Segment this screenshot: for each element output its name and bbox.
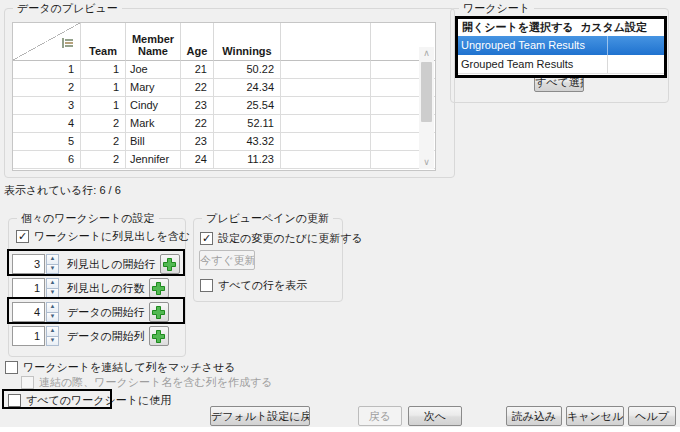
cell-winnings: 52.11 bbox=[214, 115, 281, 133]
show-all-rows-checkbox[interactable]: すべての行を表示 bbox=[200, 278, 307, 292]
spin-up-icon[interactable]: ▲ bbox=[46, 326, 59, 337]
window-bottom-edge bbox=[0, 427, 680, 432]
show-all-rows-label: すべての行を表示 bbox=[218, 278, 307, 293]
apply-all-plus-button[interactable] bbox=[149, 302, 169, 322]
cell-name: Joe bbox=[126, 61, 181, 79]
cell-team: 2 bbox=[81, 151, 126, 169]
cell-winnings: 25.54 bbox=[214, 97, 281, 115]
data-start-col-input[interactable]: 1 bbox=[12, 326, 45, 346]
worksheet-list: 開くシートを選択する カスタム設定 Ungrouped Team Results… bbox=[455, 16, 667, 78]
concat-worksheets-checkbox[interactable]: ワークシートを連結して列をマッチさせる bbox=[5, 360, 236, 374]
cell-name: Bill bbox=[126, 133, 181, 151]
cell-team: 1 bbox=[81, 97, 126, 115]
cell-row-number: 6 bbox=[13, 151, 81, 169]
scrollbar-thumb[interactable] bbox=[421, 62, 432, 122]
restore-defaults-button[interactable]: デフォルト設定に戻す bbox=[210, 406, 310, 426]
header-row-count-spinner: 1 ▲ ▼ 列見出しの行数 bbox=[12, 276, 169, 300]
row-marker-icon bbox=[62, 38, 73, 48]
worksheet-item-custom-cell[interactable] bbox=[607, 36, 664, 55]
import-settings-dialog: データのプレビュー Team Member Name Age Winnings … bbox=[0, 0, 680, 432]
cell-empty bbox=[281, 133, 371, 151]
cell-row-number: 2 bbox=[13, 79, 81, 97]
spinner-buttons: ▲ ▼ bbox=[46, 302, 59, 322]
preview-update-group-label: プレビューペインの更新 bbox=[202, 211, 333, 225]
spin-up-icon[interactable]: ▲ bbox=[46, 278, 59, 289]
cell-row-number: 4 bbox=[13, 115, 81, 133]
update-on-change-checkbox[interactable]: ✓ 設定の変更のたびに更新する bbox=[200, 231, 363, 245]
worksheet-item-label: Grouped Team Results bbox=[458, 55, 607, 73]
update-now-button: 今すぐ更新 bbox=[199, 250, 255, 270]
worksheet-group-label: ワークシート bbox=[459, 1, 534, 15]
data-start-col-label: データの開始列 bbox=[67, 329, 145, 344]
col-header-team: Team bbox=[81, 23, 126, 61]
col-header-member-name: Member Name bbox=[126, 23, 181, 61]
table-row: 3 1 Cindy 23 25.54 bbox=[13, 97, 435, 115]
header-start-row-spinner: 3 ▲ ▼ 列見出しの開始行 bbox=[12, 252, 180, 276]
next-button[interactable]: 次へ bbox=[408, 406, 462, 426]
cell-age: 23 bbox=[181, 97, 214, 115]
concat-worksheets-label: ワークシートを連結して列をマッチさせる bbox=[23, 360, 236, 375]
spin-down-icon[interactable]: ▼ bbox=[46, 337, 59, 347]
cell-winnings: 43.32 bbox=[214, 133, 281, 151]
preview-table-header: Team Member Name Age Winnings bbox=[13, 23, 435, 61]
import-button[interactable]: 読み込み bbox=[506, 406, 562, 426]
spin-up-icon[interactable]: ▲ bbox=[46, 302, 59, 313]
spin-down-icon[interactable]: ▼ bbox=[46, 265, 59, 275]
data-start-row-input[interactable]: 4 bbox=[12, 302, 45, 322]
spinner-buttons: ▲ ▼ bbox=[46, 326, 59, 346]
use-for-all-worksheets-label: すべてのワークシートに使用 bbox=[26, 393, 171, 408]
cell-winnings: 11.23 bbox=[214, 151, 281, 169]
cell-name: Jennifer bbox=[126, 151, 181, 169]
plus-icon bbox=[152, 282, 165, 295]
checkbox-box[interactable] bbox=[200, 279, 213, 292]
header-start-row-input[interactable]: 3 bbox=[12, 254, 45, 274]
check-icon: ✓ bbox=[18, 230, 27, 242]
help-button[interactable]: ヘルプ bbox=[628, 406, 676, 426]
header-start-row-label: 列見出しの開始行 bbox=[67, 257, 156, 272]
checkbox-box bbox=[21, 376, 34, 389]
cell-row-number: 3 bbox=[13, 97, 81, 115]
cell-empty bbox=[281, 97, 371, 115]
spin-down-icon[interactable]: ▼ bbox=[46, 313, 59, 323]
header-row-count-label: 列見出しの行数 bbox=[67, 281, 145, 296]
checkbox-box[interactable]: ✓ bbox=[200, 232, 213, 245]
cell-empty bbox=[281, 79, 371, 97]
cell-empty bbox=[281, 151, 371, 169]
scroll-up-icon[interactable]: ∧ bbox=[419, 47, 434, 60]
data-start-row-label: データの開始行 bbox=[67, 305, 145, 320]
cell-name: Mark bbox=[126, 115, 181, 133]
plus-icon bbox=[152, 330, 165, 343]
spin-up-icon[interactable]: ▲ bbox=[46, 254, 59, 265]
header-row-count-input[interactable]: 1 bbox=[12, 278, 45, 298]
cell-winnings: 50.22 bbox=[214, 61, 281, 79]
cell-team: 1 bbox=[81, 61, 126, 79]
worksheet-item-grouped[interactable]: Grouped Team Results bbox=[458, 55, 664, 74]
include-headers-checkbox[interactable]: ✓ ワークシートに列見出しを含む bbox=[16, 229, 190, 243]
cell-empty bbox=[281, 115, 371, 133]
include-headers-label: ワークシートに列見出しを含む bbox=[34, 229, 190, 244]
worksheet-item-custom-cell[interactable] bbox=[607, 55, 664, 73]
checkbox-box[interactable] bbox=[8, 394, 21, 407]
cell-team: 2 bbox=[81, 133, 126, 151]
scroll-down-icon[interactable]: ∨ bbox=[419, 156, 434, 169]
table-vertical-scrollbar[interactable]: ∧ ∨ bbox=[419, 47, 434, 169]
worksheet-item-ungrouped[interactable]: Ungrouped Team Results bbox=[458, 36, 664, 55]
cell-name: Mary bbox=[126, 79, 181, 97]
spin-down-icon[interactable]: ▼ bbox=[46, 289, 59, 299]
apply-all-plus-button[interactable] bbox=[160, 254, 180, 274]
custom-settings-header: カスタム設定 bbox=[580, 20, 647, 35]
apply-all-plus-button[interactable] bbox=[149, 326, 169, 346]
cell-name: Cindy bbox=[126, 97, 181, 115]
table-row: 5 2 Bill 23 43.32 bbox=[13, 133, 435, 151]
worksheet-list-header: 開くシートを選択する カスタム設定 bbox=[458, 19, 664, 36]
plus-icon bbox=[152, 306, 165, 319]
table-row: 1 1 Joe 21 50.22 bbox=[13, 61, 435, 79]
checkbox-box[interactable] bbox=[5, 361, 18, 374]
corner-header-cell bbox=[13, 23, 81, 61]
check-icon: ✓ bbox=[202, 232, 211, 244]
checkbox-box[interactable]: ✓ bbox=[16, 230, 29, 243]
apply-all-plus-button[interactable] bbox=[149, 278, 169, 298]
use-for-all-worksheets-checkbox[interactable]: すべてのワークシートに使用 bbox=[8, 393, 171, 407]
cancel-button[interactable]: キャンセル bbox=[566, 406, 624, 426]
cell-empty bbox=[281, 61, 371, 79]
